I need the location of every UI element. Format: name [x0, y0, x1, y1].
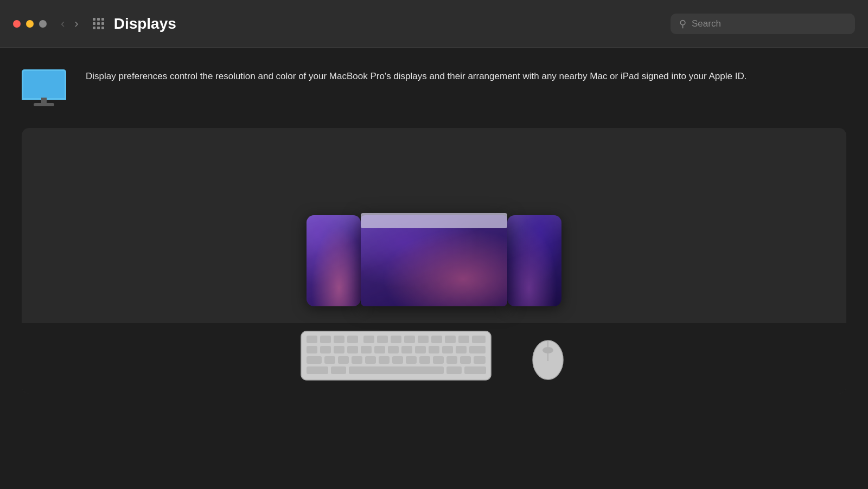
titlebar: ‹ › Displays ⚲	[0, 0, 868, 48]
page-title: Displays	[114, 15, 671, 33]
svg-rect-9	[418, 336, 429, 343]
svg-rect-13	[472, 336, 486, 343]
svg-rect-15	[320, 346, 331, 353]
device-left-wallpaper	[307, 215, 361, 306]
display-panel[interactable]	[22, 128, 846, 394]
svg-rect-33	[392, 356, 403, 364]
device-center-wallpaper	[361, 215, 507, 306]
svg-rect-20	[388, 346, 399, 353]
svg-rect-5	[363, 336, 374, 343]
svg-rect-23	[429, 346, 439, 353]
svg-rect-35	[419, 356, 430, 364]
monitor-stand-base	[34, 103, 54, 106]
maximize-button[interactable]	[39, 20, 47, 28]
device-center[interactable]	[361, 215, 507, 306]
svg-rect-17	[347, 346, 358, 353]
svg-rect-28	[324, 356, 335, 364]
svg-rect-36	[433, 356, 444, 364]
displays-arrangement	[307, 215, 561, 306]
display-icon	[22, 69, 71, 108]
svg-rect-39	[474, 356, 486, 364]
close-button[interactable]	[13, 20, 21, 28]
forward-button[interactable]: ›	[71, 17, 81, 31]
monitor-screen	[22, 69, 66, 100]
keyboard-graphic	[298, 326, 494, 385]
svg-rect-12	[458, 336, 469, 343]
svg-rect-10	[431, 336, 442, 343]
svg-rect-1	[307, 336, 317, 343]
grid-dot	[101, 22, 104, 25]
svg-rect-7	[391, 336, 401, 343]
search-bar: ⚲	[671, 14, 855, 34]
window-controls	[13, 20, 47, 28]
grid-dot	[101, 18, 104, 21]
svg-rect-11	[445, 336, 456, 343]
device-right[interactable]	[507, 215, 561, 306]
content-area: Display preferences control the resoluti…	[0, 48, 868, 394]
svg-rect-4	[347, 336, 358, 343]
back-button[interactable]: ‹	[58, 17, 68, 31]
nav-arrows: ‹ ›	[58, 17, 82, 31]
grid-dot	[97, 27, 100, 29]
svg-rect-38	[460, 356, 471, 364]
device-left[interactable]	[307, 215, 361, 306]
svg-rect-21	[401, 346, 412, 353]
svg-rect-42	[349, 366, 444, 374]
svg-rect-16	[334, 346, 344, 353]
svg-rect-3	[334, 336, 344, 343]
info-row: Display preferences control the resoluti…	[22, 69, 846, 108]
menu-bar-indicator	[361, 213, 507, 228]
svg-rect-25	[456, 346, 467, 353]
svg-rect-30	[352, 356, 362, 364]
monitor-stand-neck	[41, 98, 47, 103]
search-input[interactable]	[692, 18, 846, 29]
svg-rect-18	[361, 346, 372, 353]
grid-dot	[93, 27, 95, 29]
grid-icon[interactable]	[93, 18, 104, 29]
svg-rect-32	[379, 356, 390, 364]
grid-dot	[93, 18, 95, 21]
svg-rect-8	[404, 336, 415, 343]
svg-rect-29	[338, 356, 349, 364]
svg-rect-27	[307, 356, 322, 364]
grid-dot	[97, 22, 100, 25]
keyboard-mouse-area	[22, 323, 846, 394]
device-right-wallpaper	[507, 215, 561, 306]
svg-rect-41	[331, 366, 346, 374]
svg-point-47	[542, 347, 553, 353]
svg-rect-6	[377, 336, 388, 343]
minimize-button[interactable]	[26, 20, 34, 28]
grid-dot	[93, 22, 95, 25]
svg-rect-44	[464, 366, 486, 374]
svg-rect-2	[320, 336, 331, 343]
svg-rect-37	[446, 356, 457, 364]
svg-rect-14	[307, 346, 317, 353]
svg-rect-34	[406, 356, 417, 364]
svg-rect-40	[307, 366, 328, 374]
svg-rect-31	[365, 356, 376, 364]
svg-rect-24	[442, 346, 453, 353]
svg-rect-43	[446, 366, 462, 374]
search-icon: ⚲	[679, 18, 686, 30]
svg-rect-22	[415, 346, 426, 353]
svg-rect-26	[469, 346, 486, 353]
grid-dot	[101, 27, 104, 29]
grid-dot	[97, 18, 100, 21]
mouse-graphic	[526, 329, 570, 383]
info-description: Display preferences control the resoluti…	[86, 69, 746, 83]
svg-rect-19	[374, 346, 385, 353]
